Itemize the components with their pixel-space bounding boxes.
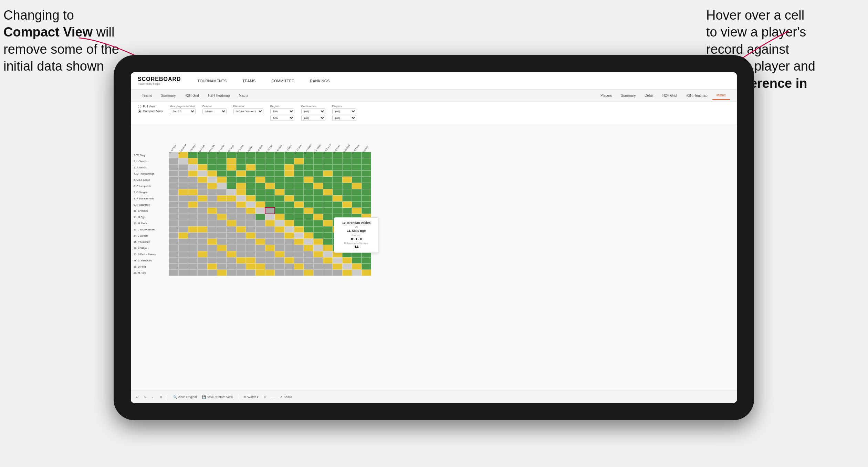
- cell[interactable]: [265, 201, 275, 208]
- cell[interactable]: [284, 183, 294, 189]
- cell[interactable]: [352, 263, 362, 270]
- cell[interactable]: [313, 158, 323, 164]
- cell[interactable]: [217, 257, 227, 263]
- cell[interactable]: [313, 239, 323, 245]
- cell[interactable]: [188, 251, 198, 257]
- cell[interactable]: [207, 177, 217, 183]
- cell[interactable]: [255, 201, 265, 208]
- cell[interactable]: [217, 239, 227, 245]
- cell[interactable]: [323, 183, 333, 189]
- cell[interactable]: [304, 177, 313, 183]
- cell[interactable]: [207, 189, 217, 195]
- cell[interactable]: [275, 177, 284, 183]
- cell[interactable]: [313, 170, 323, 177]
- cell[interactable]: [284, 245, 294, 251]
- cell[interactable]: [265, 232, 275, 239]
- cell[interactable]: [246, 177, 255, 183]
- cell[interactable]: [217, 245, 227, 251]
- cell[interactable]: [333, 195, 342, 201]
- cell[interactable]: [169, 257, 178, 263]
- cell[interactable]: [188, 270, 198, 276]
- cell[interactable]: [236, 239, 246, 245]
- cell[interactable]: [323, 195, 333, 201]
- cell[interactable]: [265, 226, 275, 232]
- cell[interactable]: [207, 170, 217, 177]
- cell[interactable]: [275, 232, 284, 239]
- cell[interactable]: [294, 164, 304, 170]
- cell[interactable]: [342, 158, 352, 164]
- cell[interactable]: [207, 239, 217, 245]
- cell[interactable]: [178, 170, 188, 177]
- cell[interactable]: [284, 201, 294, 208]
- cell[interactable]: [255, 189, 265, 195]
- cell[interactable]: [323, 220, 333, 226]
- cell[interactable]: [323, 208, 333, 214]
- cell[interactable]: [169, 214, 178, 220]
- filter-players-select-2[interactable]: (All): [332, 115, 356, 121]
- cell[interactable]: [313, 257, 323, 263]
- cell[interactable]: [217, 201, 227, 208]
- cell[interactable]: [169, 239, 178, 245]
- tab-sub-h2h-heatmap[interactable]: H2H Heatmap: [681, 92, 711, 100]
- cell[interactable]: [333, 208, 342, 214]
- cell[interactable]: [304, 239, 313, 245]
- cell[interactable]: [294, 245, 304, 251]
- cell[interactable]: [236, 263, 246, 270]
- cell[interactable]: [169, 251, 178, 257]
- cell[interactable]: [304, 220, 313, 226]
- cell[interactable]: [275, 220, 284, 226]
- filter-max-players-select[interactable]: Top 25: [170, 108, 196, 114]
- cell[interactable]: [333, 183, 342, 189]
- cell[interactable]: [323, 201, 333, 208]
- cell[interactable]: [227, 226, 236, 232]
- cell[interactable]: [207, 214, 217, 220]
- cell[interactable]: [304, 232, 313, 239]
- cell[interactable]: [227, 263, 236, 270]
- cell[interactable]: [198, 239, 207, 245]
- cell[interactable]: [246, 226, 255, 232]
- cell[interactable]: [304, 158, 313, 164]
- cell[interactable]: [275, 263, 284, 270]
- cell[interactable]: [323, 270, 333, 276]
- tab-sub-h2h-grid[interactable]: H2H Grid: [658, 92, 681, 100]
- cell[interactable]: [198, 220, 207, 226]
- cell[interactable]: [198, 257, 207, 263]
- cell[interactable]: [294, 170, 304, 177]
- cell[interactable]: [323, 158, 333, 164]
- cell[interactable]: [313, 164, 323, 170]
- cell[interactable]: [323, 232, 333, 239]
- cell[interactable]: [236, 177, 246, 183]
- cell[interactable]: [275, 158, 284, 164]
- cell[interactable]: [178, 245, 188, 251]
- cell[interactable]: [362, 158, 371, 164]
- cell[interactable]: [284, 220, 294, 226]
- cell[interactable]: [265, 239, 275, 245]
- cell[interactable]: [236, 183, 246, 189]
- cell[interactable]: [198, 214, 207, 220]
- cell[interactable]: [304, 201, 313, 208]
- cell[interactable]: [313, 251, 323, 257]
- cell[interactable]: [178, 239, 188, 245]
- cell[interactable]: [294, 189, 304, 195]
- cell[interactable]: [362, 195, 371, 201]
- cell[interactable]: [275, 189, 284, 195]
- cell[interactable]: [169, 158, 178, 164]
- cell[interactable]: [265, 158, 275, 164]
- cell[interactable]: [255, 239, 265, 245]
- cell[interactable]: [323, 164, 333, 170]
- cell[interactable]: [323, 214, 333, 220]
- cell[interactable]: [178, 158, 188, 164]
- cell[interactable]: [323, 177, 333, 183]
- cell[interactable]: [207, 245, 217, 251]
- cell[interactable]: [265, 263, 275, 270]
- toolbar-redo[interactable]: ↪: [144, 395, 147, 399]
- cell[interactable]: [342, 263, 352, 270]
- cell[interactable]: [362, 208, 371, 214]
- cell[interactable]: [236, 208, 246, 214]
- cell[interactable]: [313, 201, 323, 208]
- cell[interactable]: [333, 177, 342, 183]
- cell[interactable]: [207, 201, 217, 208]
- cell[interactable]: [246, 245, 255, 251]
- cell[interactable]: [169, 170, 178, 177]
- cell[interactable]: [304, 183, 313, 189]
